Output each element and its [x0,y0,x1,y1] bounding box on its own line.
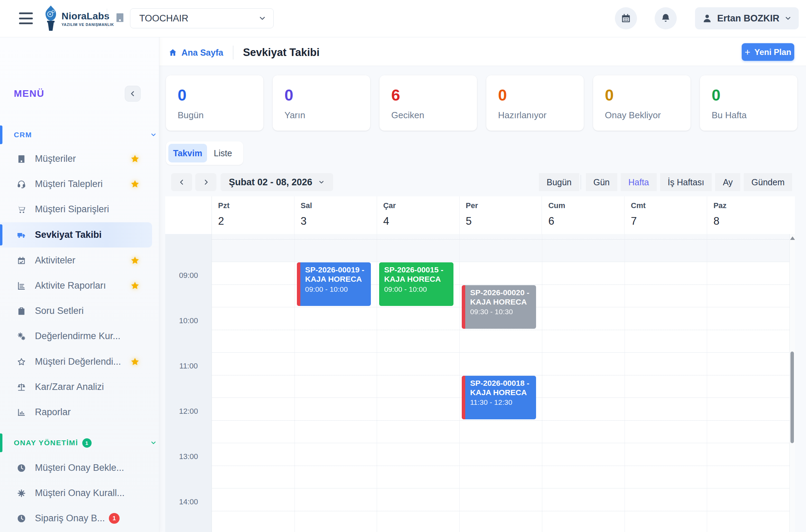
grid-hour-line [212,443,789,443]
event-title: SP-2026-00015 - KAJA HORECA [384,265,450,284]
report-chart-icon [17,281,26,290]
grid-hour-line [212,488,789,488]
torch-logo-icon [43,5,59,32]
new-plan-button[interactable]: + Yeni Plan [742,43,794,61]
day-header-sal[interactable]: Sal3 [294,196,377,234]
chevron-down-icon [258,14,266,22]
event-title: SP-2026-00019 - KAJA HORECA [305,265,368,284]
day-header-pzt[interactable]: Pzt2 [212,196,294,234]
tab-liste[interactable]: Liste [207,144,239,162]
headset-icon [17,180,26,189]
prev-week-button[interactable] [171,173,192,191]
day-header-cum[interactable]: Cum6 [542,196,624,234]
grid-halfhour-line [212,239,789,240]
sidebar-item-degerlendirme-kurallari[interactable]: Değerlendirme Kur... [0,324,159,349]
stat-label: Bugün [178,110,204,121]
stat-card-bu-hafta: 0 Bu Hafta [700,75,797,131]
company-select[interactable]: TOOCHAIR [130,8,274,28]
sidebar-item-aktivite-raporlari[interactable]: Aktivite Raporları [0,273,159,298]
user-menu[interactable]: Ertan BOZKIR [695,7,799,29]
brand-name: NioraLabs [62,11,114,22]
favorite-star-icon[interactable] [130,357,140,366]
favorite-star-icon[interactable] [130,179,140,189]
sidebar-item-siparis-onay-bekleyen[interactable]: Sipariş Onay B... 1 [0,506,159,531]
grid-halfhour-line [212,420,789,421]
user-icon [702,13,712,24]
stat-value: 0 [712,86,721,104]
calendar-view-switcher: Bugün Gün Hafta İş Haftası Ay Gündem [539,173,792,191]
event-time: 11:30 - 12:30 [470,398,533,407]
stat-label: Onay Bekliyor [605,110,661,121]
view-gun[interactable]: Gün [586,173,617,191]
hamburger-menu-icon[interactable] [19,12,33,24]
grid-column-line [377,234,377,532]
sidebar-item-musteri-siparisleri[interactable]: Müşteri Siparişleri [0,197,159,222]
building-icon [17,155,26,164]
late-indicator-bar [462,376,465,419]
sidebar-section-onay-yonetimi[interactable]: ONAY YÖNETİMİ 1 [14,436,92,450]
day-header-car[interactable]: Çar4 [377,196,459,234]
favorite-star-icon[interactable] [130,281,140,290]
late-indicator-bar [297,262,300,306]
chevron-right-icon [202,178,210,186]
clipboard-icon [17,307,26,316]
sidebar-title: MENÜ [14,88,44,99]
next-week-button[interactable] [195,173,216,191]
sidebar-item-raporlar[interactable]: Raporlar [0,400,159,425]
sidebar-item-sevkiyat-takibi[interactable]: Sevkiyat Takibi [0,222,152,248]
time-label: 09:00 [165,271,212,280]
late-indicator-bar [462,285,465,329]
sidebar-item-musteri-talepleri[interactable]: Müşteri Talepleri [0,171,159,197]
gear-icon [17,489,26,498]
stat-value: 0 [498,86,507,104]
breadcrumb-divider [233,46,233,59]
favorite-star-icon[interactable] [130,154,140,164]
bar-chart-icon [17,408,26,417]
sidebar-item-musteriler[interactable]: Müşteriler [0,146,159,171]
grid-hour-line [212,262,789,262]
home-icon[interactable] [168,48,177,57]
calendar-event[interactable]: SP-2026-00015 - KAJA HORECA09:00 - 10:00 [379,262,453,306]
calendar-grid[interactable]: 08:0009:0010:0011:0012:0013:0014:00 SP-2… [165,234,795,532]
cart-icon [17,205,26,214]
sidebar: MENÜ CRM Müşteriler Müşteri Talepleri [0,37,159,532]
grid-halfhour-line [212,330,789,330]
breadcrumb-home-link[interactable]: Ana Sayfa [181,48,223,58]
favorite-star-icon[interactable] [130,256,140,265]
calendar-button[interactable] [615,7,637,29]
notifications-button[interactable] [655,7,677,29]
view-ay[interactable]: Ay [715,173,740,191]
calendar-scrollbar-thumb[interactable] [790,352,794,443]
onay-section-accent [0,433,2,452]
active-indicator [0,224,2,245]
sidebar-item-aktiviteler[interactable]: Aktiviteler [0,248,159,273]
view-bugun[interactable]: Bugün [539,173,579,191]
day-header-per[interactable]: Per5 [459,196,542,234]
tab-takvim[interactable]: Takvim [168,144,207,162]
sidebar-collapse-button[interactable] [125,86,141,102]
scales-icon [17,383,26,392]
grid-halfhour-line [212,511,789,511]
grid-column-line [542,234,542,532]
day-header-cmt[interactable]: Cmt7 [624,196,707,234]
calendar-event[interactable]: SP-2026-00020 - KAJA HORECA09:30 - 10:30 [462,285,536,329]
time-label: 12:00 [165,407,212,416]
chevron-down-icon [150,439,157,446]
sidebar-item-musteri-degerlendirme[interactable]: Müşteri Değerlendi... [0,349,159,374]
view-is-haftasi[interactable]: İş Haftası [660,173,712,191]
date-range-label: Şubat 02 - 08, 2026 [229,177,312,188]
view-gundem[interactable]: Gündem [744,173,792,191]
view-hafta[interactable]: Hafta [621,173,657,191]
sidebar-item-musteri-onay-bekleyen[interactable]: Müşteri Onay Bekle... [0,455,159,480]
calendar-event[interactable]: SP-2026-00019 - KAJA HORECA09:00 - 10:00 [297,262,371,306]
sidebar-section-crm[interactable]: CRM [14,128,32,142]
date-range-picker[interactable]: Şubat 02 - 08, 2026 [221,173,333,191]
sidebar-item-musteri-onay-kurallari[interactable]: Müşteri Onay Kurall... [0,480,159,506]
calendar-event[interactable]: SP-2026-00018 - KAJA HORECA11:30 - 12:30 [462,376,536,419]
sidebar-item-kar-zarar-analizi[interactable]: Kar/Zarar Analizi [0,374,159,400]
day-header-paz[interactable]: Paz8 [707,196,789,234]
brand-tagline: YAZILIM VE DANIŞMANLIK [62,22,114,27]
scrollbar-up-arrow[interactable] [790,236,795,240]
sidebar-item-soru-setleri[interactable]: Soru Setleri [0,298,159,324]
section-count-badge: 1 [82,438,92,448]
